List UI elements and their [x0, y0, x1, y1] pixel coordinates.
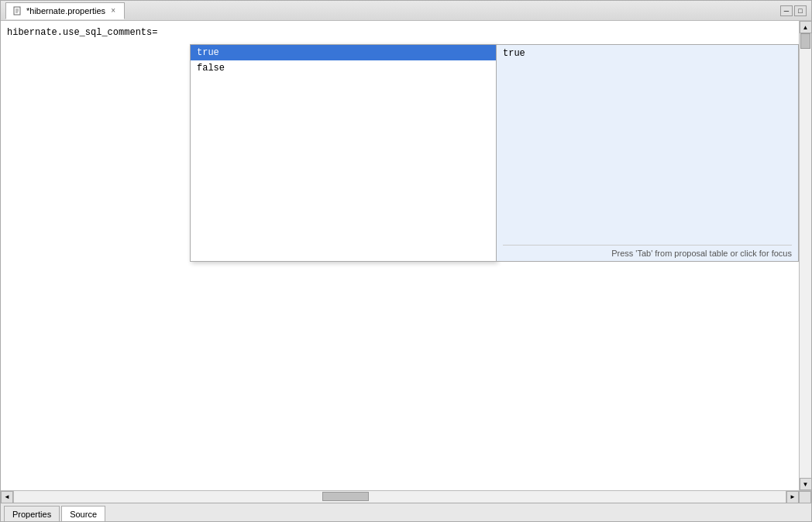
tab-source[interactable]: Source — [61, 506, 105, 521]
editor-tab[interactable]: *hibernate.properties × — [5, 2, 125, 19]
scroll-left-button[interactable]: ◄ — [1, 491, 13, 503]
scroll-right-button[interactable]: ► — [786, 491, 799, 503]
autocomplete-item-false[interactable]: false — [191, 60, 496, 76]
property-input-line: hibernate.use_sql_comments= — [1, 21, 799, 44]
scroll-right-icon: ► — [790, 493, 796, 500]
file-icon — [12, 5, 23, 16]
scroll-track[interactable] — [800, 33, 811, 478]
tab-properties[interactable]: Properties — [4, 506, 60, 521]
detail-value-text: true — [503, 48, 792, 59]
editor-scroll-container: hibernate.use_sql_comments= true false t… — [1, 21, 811, 490]
scroll-up-icon: ▲ — [803, 24, 809, 31]
tab-source-label: Source — [70, 510, 97, 519]
autocomplete-container: true false true Press 'Tab' from proposa… — [190, 44, 799, 262]
scroll-left-icon: ◄ — [4, 493, 10, 500]
title-bar: *hibernate.properties × ─ □ — [1, 1, 811, 21]
maximize-button[interactable]: □ — [794, 5, 807, 16]
scroll-up-button[interactable]: ▲ — [800, 21, 812, 33]
tab-properties-label: Properties — [12, 510, 51, 519]
h-scroll-thumb[interactable] — [322, 492, 369, 501]
scroll-down-icon: ▼ — [803, 481, 809, 488]
main-window: *hibernate.properties × ─ □ hibernate.us… — [0, 0, 812, 522]
editor-area: hibernate.use_sql_comments= true false t… — [1, 21, 811, 503]
autocomplete-list: true false — [190, 44, 497, 262]
autocomplete-item-true[interactable]: true — [191, 45, 496, 60]
scroll-thumb[interactable] — [800, 33, 810, 49]
vertical-scrollbar: ▲ ▼ — [799, 21, 811, 490]
h-scroll-track[interactable] — [13, 491, 786, 503]
property-value-input[interactable] — [157, 27, 173, 38]
detail-hint-text: Press 'Tab' from proposal table or click… — [503, 245, 792, 258]
bottom-tab-bar: Properties Source — [1, 503, 811, 521]
horizontal-scrollbar: ◄ ► — [1, 490, 811, 503]
editor-main[interactable]: hibernate.use_sql_comments= true false t… — [1, 21, 799, 490]
scroll-corner — [799, 491, 811, 503]
minimize-button[interactable]: ─ — [780, 5, 793, 16]
property-key: hibernate.use_sql_comments= — [7, 27, 157, 38]
autocomplete-detail[interactable]: true Press 'Tab' from proposal table or … — [497, 44, 799, 262]
tab-title: *hibernate.properties — [26, 6, 105, 15]
scroll-down-button[interactable]: ▼ — [800, 478, 812, 490]
tab-close-button[interactable]: × — [108, 6, 118, 15]
window-controls: ─ □ — [780, 5, 807, 16]
